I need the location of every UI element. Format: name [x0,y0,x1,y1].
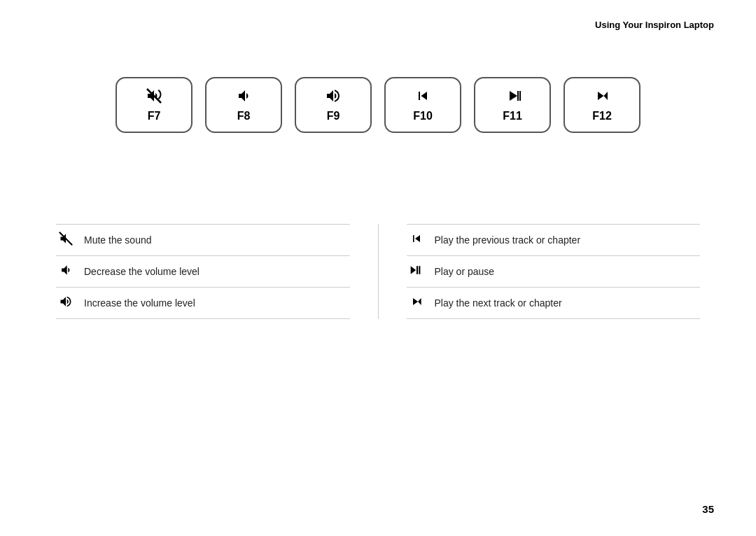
key-label-f7: F7 [148,110,161,122]
legend-row-next: Play the next track or chapter [407,288,701,319]
key-f12: F12 [564,77,640,133]
key-label-f11: F11 [503,110,522,122]
key-label-f12: F12 [592,110,612,122]
key-f9: F9 [295,77,372,133]
next-icon [594,87,610,107]
key-f11: F11 [474,77,551,133]
legend-row-play-pause: Play or pause [407,256,701,288]
play-pause-icon [504,87,521,107]
legend-vol-up-icon [56,295,76,311]
legend-mute-text: Mute the sound [84,234,152,246]
prev-icon [414,87,431,107]
legend-columns: Mute the sound Decrease the volume level… [56,224,700,319]
mute-icon [146,87,162,107]
key-f7: F7 [115,77,192,133]
legend-col-left: Mute the sound Decrease the volume level… [56,224,379,319]
legend-vol-up-text: Increase the volume level [84,297,195,309]
legend-play-pause-text: Play or pause [435,266,495,277]
key-f10: F10 [384,77,461,133]
svg-rect-1 [517,91,519,101]
vol-up-icon [325,87,342,107]
legend-mute-icon [56,232,76,248]
legend-prev-icon [407,232,426,248]
vol-down-icon [235,87,252,107]
legend-row-vol-down: Decrease the volume level [56,256,350,288]
legend-section: Mute the sound Decrease the volume level… [56,224,700,319]
legend-prev-text: Play the previous track or chapter [435,234,581,246]
key-box-f12: F12 [564,77,640,133]
svg-rect-2 [519,91,521,101]
key-box-f11: F11 [474,77,551,133]
key-f8: F8 [205,77,282,133]
page-header-title: Using Your Inspiron Laptop [595,20,714,30]
keys-section: F7 F8 F9 [56,77,700,133]
legend-row-mute: Mute the sound [56,224,350,256]
legend-next-text: Play the next track or chapter [435,297,562,309]
legend-play-pause-icon [407,263,426,280]
key-label-f9: F9 [327,110,340,122]
legend-col-right: Play the previous track or chapter Play … [379,224,701,319]
key-box-f7: F7 [115,77,192,133]
key-label-f8: F8 [237,110,251,122]
legend-row-prev: Play the previous track or chapter [407,224,701,256]
svg-rect-5 [419,266,420,274]
page-number: 35 [702,503,714,515]
legend-next-icon [407,295,426,311]
key-box-f8: F8 [205,77,282,133]
key-label-f10: F10 [413,110,433,122]
legend-vol-down-icon [56,263,76,280]
key-box-f10: F10 [384,77,461,133]
legend-vol-down-text: Decrease the volume level [84,266,200,277]
key-box-f9: F9 [295,77,372,133]
svg-rect-4 [416,266,418,274]
legend-row-vol-up: Increase the volume level [56,288,350,319]
